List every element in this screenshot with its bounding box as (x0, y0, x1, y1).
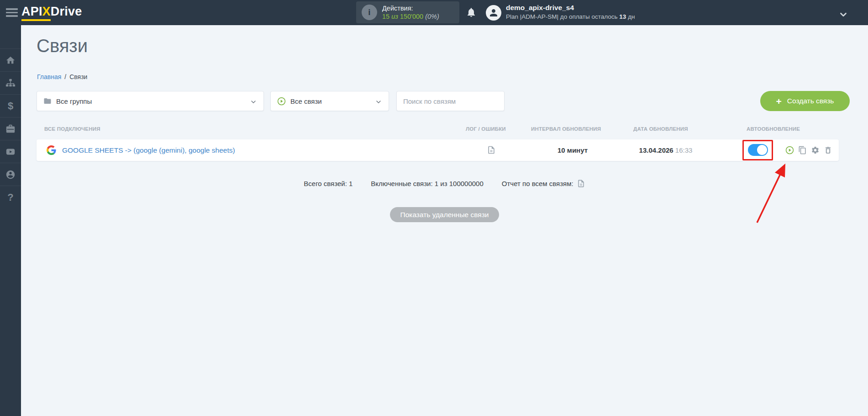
col-header-connections: ВСЕ ПОДКЛЮЧЕНИЯ (44, 126, 100, 132)
actions-usage: 15 из 150'000 (0%) (382, 13, 439, 20)
copy-icon[interactable] (798, 146, 807, 155)
sidebar-item-connections[interactable] (0, 71, 21, 94)
hamburger-menu-icon[interactable] (6, 8, 18, 17)
table-row: GOOGLE SHEETS -> (google (gemini), googl… (37, 139, 839, 161)
page-title: Связи (37, 36, 88, 56)
dollar-icon: $ (8, 101, 13, 111)
sidebar-item-help[interactable]: ? (0, 186, 21, 208)
stat-total: Всего связей: 1 (304, 180, 352, 187)
logo-drive: Drive (51, 5, 82, 19)
top-header: APIXDrive i Действия: 15 из 150'000 (0%)… (0, 0, 868, 25)
log-file-icon[interactable] (487, 145, 496, 155)
row-actions (785, 146, 832, 155)
sidebar-item-services[interactable] (0, 117, 21, 140)
breadcrumb-separator: / (64, 73, 66, 80)
youtube-icon (5, 147, 16, 157)
google-icon (47, 145, 56, 155)
groups-dropdown-value: Все группы (56, 97, 92, 105)
update-date: 13.04.2026 16:33 (629, 139, 702, 161)
stat-report: Отчет по всем связям: (502, 179, 585, 188)
info-icon: i (362, 5, 377, 20)
home-icon (5, 55, 16, 65)
stat-enabled: Включенные связи: 1 из 100000000 (371, 180, 483, 187)
actions-counter[interactable]: i Действия: 15 из 150'000 (0%) (356, 1, 459, 23)
apix-drive-logo[interactable]: APIXDrive (21, 5, 82, 21)
connection-link[interactable]: GOOGLE SHEETS -> (google (gemini), googl… (62, 139, 235, 161)
sidebar-item-account[interactable] (0, 163, 21, 186)
sidebar-item-video[interactable] (0, 140, 21, 163)
apix-drive-app: APIXDrive i Действия: 15 из 150'000 (0%)… (0, 0, 868, 416)
gear-icon[interactable] (811, 146, 820, 155)
update-interval: 10 минут (553, 139, 592, 161)
plan-info: Plan |ADM-AP-SM| до оплаты осталось 13 д… (506, 13, 635, 20)
notifications-bell-icon[interactable] (466, 7, 477, 19)
briefcase-icon (5, 124, 16, 134)
sidebar-item-billing[interactable]: $ (0, 94, 21, 117)
chevron-down-icon[interactable] (838, 10, 848, 17)
links-stats: Всего связей: 1 Включенные связи: 1 из 1… (21, 179, 868, 188)
plus-icon: + (776, 96, 782, 106)
breadcrumb-current: Связи (69, 73, 87, 80)
sidebar-item-home[interactable] (0, 48, 21, 71)
sitemap-icon (5, 78, 16, 88)
search-input[interactable] (396, 91, 505, 111)
show-deleted-links-button[interactable]: Показать удаленные связи (390, 207, 500, 222)
logo-api: API (21, 5, 42, 18)
col-header-log: ЛОГ / ОШИБКИ (466, 126, 506, 132)
help-icon: ? (7, 192, 13, 203)
logo-x: X (42, 5, 51, 18)
chevron-down-icon (375, 98, 382, 104)
run-now-icon[interactable] (785, 146, 794, 155)
report-file-icon[interactable] (577, 179, 585, 188)
chevron-down-icon (250, 98, 257, 104)
autoupdate-toggle[interactable] (748, 144, 768, 156)
trash-icon[interactable] (824, 146, 832, 155)
actions-label: Действия: (382, 5, 439, 12)
create-link-button[interactable]: + Создать связь (760, 91, 850, 111)
col-header-autoupdate: АВТООБНОВЛЕНИЕ (747, 126, 800, 132)
breadcrumb-home-link[interactable]: Главная (37, 73, 61, 80)
username: demo_apix-drive_s4 (506, 4, 635, 12)
search-container (396, 91, 505, 111)
sidebar-nav: $ ? (0, 25, 21, 416)
folder-icon (43, 97, 52, 105)
col-header-date: ДАТА ОБНОВЛЕНИЯ (633, 126, 688, 132)
links-dropdown-value: Все связи (290, 97, 322, 105)
main-content: Связи Главная / Связи Все группы Все свя… (21, 25, 868, 416)
col-header-interval: ИНТЕРВАЛ ОБНОВЛЕНИЯ (531, 126, 601, 132)
table-header-row: ВСЕ ПОДКЛЮЧЕНИЯ ЛОГ / ОШИБКИ ИНТЕРВАЛ ОБ… (21, 126, 868, 133)
groups-dropdown[interactable]: Все группы (37, 91, 264, 111)
play-circle-icon (277, 97, 286, 106)
links-dropdown[interactable]: Все связи (270, 91, 389, 111)
avatar[interactable] (486, 5, 501, 21)
breadcrumb: Главная / Связи (37, 73, 87, 80)
user-icon (5, 170, 16, 180)
user-menu[interactable]: demo_apix-drive_s4 Plan |ADM-AP-SM| до о… (506, 4, 635, 20)
